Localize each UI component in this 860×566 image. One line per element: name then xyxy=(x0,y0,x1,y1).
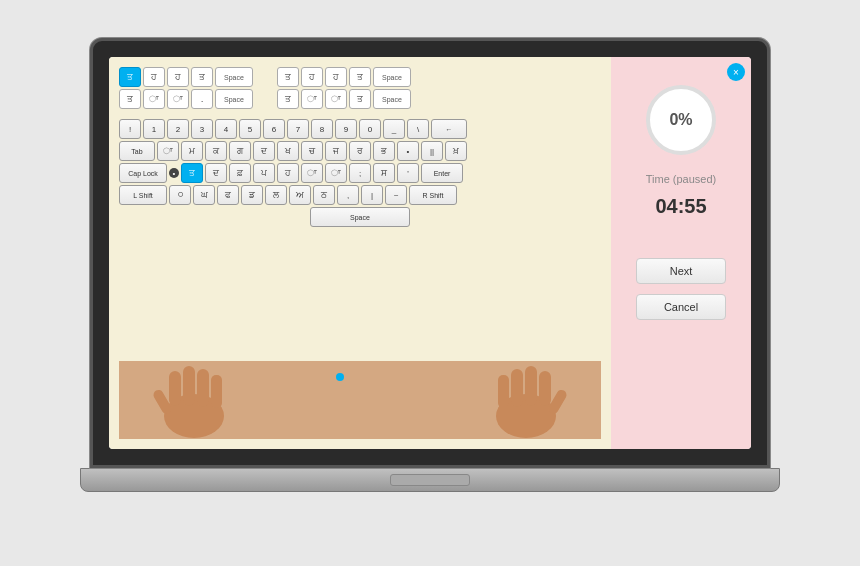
exercise-row1-left: ਤ ਹ ਹ ਤ Space xyxy=(119,67,253,87)
ex-space: Space xyxy=(373,89,411,109)
key-9[interactable]: 9 xyxy=(335,119,357,139)
ex-key: ਤ xyxy=(191,67,213,87)
key-p8[interactable]: ਜ xyxy=(325,141,347,161)
svg-rect-8 xyxy=(525,366,537,406)
key-backspace[interactable]: ← xyxy=(431,119,467,139)
key-p5[interactable]: ਦ xyxy=(253,141,275,161)
key-tab[interactable]: Tab xyxy=(119,141,155,161)
key-p9[interactable]: ਰ xyxy=(349,141,371,161)
screen-content: ਤ ਹ ਹ ਤ Space ਤ ਾ ਾ . Space xyxy=(109,57,751,449)
progress-circle: 0% xyxy=(646,85,716,155)
key-semicolon[interactable]: ; xyxy=(349,163,371,183)
exercise-area: ਤ ਹ ਹ ਤ Space ਤ ਾ ਾ . Space xyxy=(119,67,601,109)
key-pipe[interactable]: | xyxy=(361,185,383,205)
key-tilde[interactable]: ~ xyxy=(385,185,407,205)
key-p2[interactable]: ਮ xyxy=(181,141,203,161)
ex-space: Space xyxy=(373,67,411,87)
key-quote[interactable]: ' xyxy=(397,163,419,183)
close-button[interactable]: × xyxy=(727,63,745,81)
svg-rect-10 xyxy=(498,375,509,408)
exercise-group-left: ਤ ਹ ਹ ਤ Space ਤ ਾ ਾ . Space xyxy=(119,67,253,109)
key-comma[interactable]: , xyxy=(337,185,359,205)
key-p10[interactable]: ਭ xyxy=(373,141,395,161)
key-4[interactable]: 4 xyxy=(215,119,237,139)
key-pa[interactable]: ਪ xyxy=(253,163,275,183)
key-la[interactable]: ਲ xyxy=(265,185,287,205)
key-7[interactable]: 7 xyxy=(287,119,309,139)
key-6[interactable]: 6 xyxy=(263,119,285,139)
exercise-row1-right: ਤ ਹ ਹ ਤ Space xyxy=(277,67,411,87)
svg-rect-7 xyxy=(539,371,551,406)
key-8[interactable]: 8 xyxy=(311,119,333,139)
exercise-group-right: ਤ ਹ ਹ ਤ Space ਤ ਾ ਾ ਤ Space xyxy=(277,67,411,109)
key-enter[interactable]: Enter xyxy=(421,163,463,183)
ex-key: ਤ xyxy=(349,67,371,87)
key-aa[interactable]: ਾ xyxy=(301,163,323,183)
keyboard-row-numbers: ! 1 2 3 4 5 6 7 8 9 0 _ \ ← xyxy=(119,119,601,139)
key-bang[interactable]: ! xyxy=(119,119,141,139)
key-kha[interactable]: ਖ਼ xyxy=(445,141,467,161)
key-lshift[interactable]: L Shift xyxy=(119,185,167,205)
trackpad[interactable] xyxy=(390,474,470,486)
key-1[interactable]: 1 xyxy=(143,119,165,139)
key-da[interactable]: ਦ xyxy=(205,163,227,183)
app-right-panel: × 0% Time (paused) 04:55 Next Cancel xyxy=(611,57,751,449)
key-underscore[interactable]: _ xyxy=(383,119,405,139)
key-capslock[interactable]: Cap Lock xyxy=(119,163,167,183)
key-aa3[interactable]: ਅ xyxy=(289,185,311,205)
right-hand xyxy=(481,361,571,439)
ex-key: ਾ xyxy=(143,89,165,109)
next-button[interactable]: Next xyxy=(636,258,726,284)
keyboard-row-tab: Tab ਾ ਮ ਕ ਗ ਦ ਖ ਚ ਜ ਰ ਭ • || ਖ਼ xyxy=(119,141,601,161)
key-ta-active[interactable]: ਤ xyxy=(181,163,203,183)
ex-key: . xyxy=(191,89,213,109)
key-backslash[interactable]: \ xyxy=(407,119,429,139)
time-value: 04:55 xyxy=(655,195,706,218)
key-p3[interactable]: ਕ xyxy=(205,141,227,161)
key-pha2[interactable]: ਫ xyxy=(217,185,239,205)
svg-rect-9 xyxy=(511,369,523,407)
app-left-panel: ਤ ਹ ਹ ਤ Space ਤ ਾ ਾ . Space xyxy=(109,57,611,449)
keyboard-row-caps: Cap Lock • ਤ ਦ ਫ਼ ਪ ਹ ਾ ਾ ; ਸ ' Enter xyxy=(119,163,601,183)
left-hand xyxy=(149,361,239,439)
ex-space: Space xyxy=(215,89,253,109)
keyboard-row-space: Space xyxy=(119,207,601,227)
key-pha[interactable]: ਫ਼ xyxy=(229,163,251,183)
progress-percent: 0% xyxy=(669,111,692,129)
key-gha[interactable]: ਘ xyxy=(193,185,215,205)
key-3[interactable]: 3 xyxy=(191,119,213,139)
key-rshift[interactable]: R Shift xyxy=(409,185,457,205)
key-5[interactable]: 5 xyxy=(239,119,261,139)
ex-key: ਤ xyxy=(119,89,141,109)
time-label: Time (paused) xyxy=(646,173,717,185)
ex-key: ਹ xyxy=(325,67,347,87)
key-sa[interactable]: ਸ xyxy=(373,163,395,183)
key-space[interactable]: Space xyxy=(310,207,410,227)
key-p6[interactable]: ਖ xyxy=(277,141,299,161)
ex-key: ਤ xyxy=(277,67,299,87)
hands-display xyxy=(119,361,601,439)
laptop-base xyxy=(80,468,780,492)
key-bullet[interactable]: • xyxy=(397,141,419,161)
key-2[interactable]: 2 xyxy=(167,119,189,139)
finger-indicator xyxy=(336,373,344,381)
ex-space: Space xyxy=(215,67,253,87)
key-tta[interactable]: ਠ xyxy=(313,185,335,205)
virtual-keyboard: ! 1 2 3 4 5 6 7 8 9 0 _ \ ← xyxy=(119,119,601,351)
key-ha[interactable]: ਹ xyxy=(277,163,299,183)
key-dda[interactable]: ਡ xyxy=(241,185,263,205)
key-0[interactable]: 0 xyxy=(359,119,381,139)
ex-key: ਤ xyxy=(349,89,371,109)
svg-rect-2 xyxy=(183,366,195,406)
key-zero-p[interactable]: ੦ xyxy=(169,185,191,205)
exercise-row2-right: ਤ ਾ ਾ ਤ Space xyxy=(277,89,411,109)
key-p7[interactable]: ਚ xyxy=(301,141,323,161)
key-aa2[interactable]: ਾ xyxy=(325,163,347,183)
laptop: ਤ ਹ ਹ ਤ Space ਤ ਾ ਾ . Space xyxy=(80,38,780,528)
key-danda[interactable]: || xyxy=(421,141,443,161)
cancel-button[interactable]: Cancel xyxy=(636,294,726,320)
key-p1[interactable]: ਾ xyxy=(157,141,179,161)
key-p4[interactable]: ਗ xyxy=(229,141,251,161)
ex-key: ਹ xyxy=(143,67,165,87)
key-dot[interactable]: • xyxy=(169,168,179,178)
